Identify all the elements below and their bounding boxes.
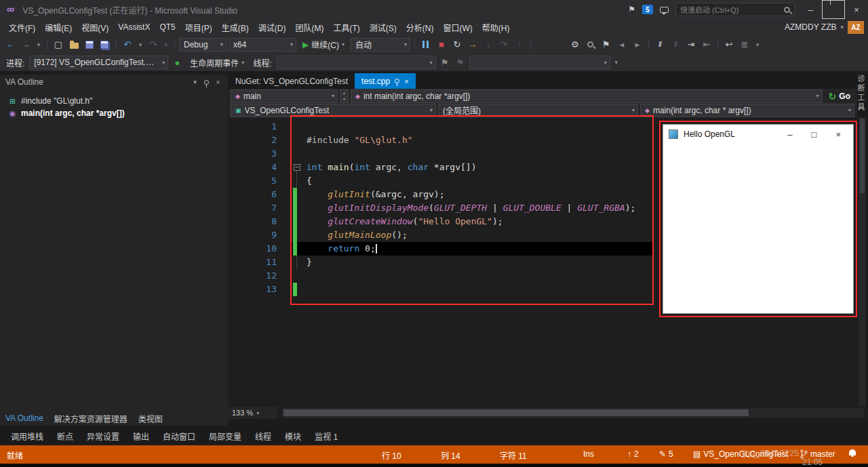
- outdent-icon[interactable]: ⇤: [700, 38, 713, 52]
- menu-item[interactable]: 工具(T): [328, 22, 364, 33]
- signature-combo[interactable]: ◆ int main(int argc, char *argv[]) ▾: [351, 89, 823, 103]
- zoom-control[interactable]: 133 % ▾: [228, 407, 278, 419]
- undo-icon[interactable]: ↶: [121, 38, 134, 52]
- code-line[interactable]: return 0;: [292, 242, 652, 256]
- bottom-panel-tab[interactable]: 监视 1: [309, 430, 343, 442]
- pending-edits[interactable]: ✎ 5: [659, 449, 673, 459]
- status-bell[interactable]: [849, 449, 856, 455]
- show-flagged-only-icon[interactable]: ⚑: [454, 56, 467, 69]
- pin-icon[interactable]: [395, 79, 399, 83]
- diagnostics-tools-vertical-tab[interactable]: 诊断工具: [854, 75, 866, 122]
- outline-tree-item[interactable]: ⊞#include "GL\glut.h": [0, 95, 228, 107]
- quick-launch-input[interactable]: 快速启动 (Ctrl+Q): [675, 3, 795, 16]
- platform-combo[interactable]: x64▾: [229, 38, 296, 52]
- panel-tab[interactable]: 类视图: [138, 413, 163, 424]
- find-in-files-icon[interactable]: [584, 38, 597, 52]
- horizontal-scrollbar-thumb[interactable]: [283, 409, 749, 416]
- code-line[interactable]: [292, 283, 652, 296]
- code-line[interactable]: #include "GL\glut.h": [292, 134, 652, 147]
- code-line[interactable]: glutInit(&argc, argv);: [292, 188, 652, 201]
- comment-lines-icon[interactable]: //: [653, 38, 667, 52]
- bookmark-icon[interactable]: ⚑: [599, 38, 613, 52]
- menu-item[interactable]: 帮助(H): [477, 22, 515, 33]
- restart-icon[interactable]: ↻: [450, 38, 464, 52]
- document-tab[interactable]: test.cpp×: [355, 73, 415, 89]
- code-line[interactable]: glutMainLoop();: [292, 228, 652, 242]
- prev-bookmark-icon[interactable]: ◂: [615, 38, 629, 52]
- panel-tab[interactable]: 解决方案资源管理器: [54, 413, 127, 424]
- break-all-icon[interactable]: [419, 38, 433, 52]
- project-combo[interactable]: ▣ VS_OpenGLConfigTest ▾: [231, 104, 436, 117]
- status-char[interactable]: 字符 11: [500, 449, 527, 461]
- menu-item[interactable]: 文件(F): [4, 22, 40, 33]
- bottom-panel-tab[interactable]: 模块: [279, 430, 307, 442]
- open-file-icon[interactable]: [67, 38, 81, 52]
- stop-debug-icon[interactable]: ■: [435, 38, 448, 52]
- step-over-icon[interactable]: ↷: [497, 38, 511, 52]
- bottom-panel-tab[interactable]: 断点: [52, 430, 79, 442]
- panel-close-icon[interactable]: ×: [212, 77, 224, 87]
- vertical-scrollbar-thumb[interactable]: [860, 119, 865, 193]
- toolbar-overflow-icon[interactable]: ▾: [753, 38, 762, 52]
- feedback-icon[interactable]: [660, 7, 669, 13]
- next-bookmark-icon[interactable]: ▸: [631, 38, 644, 52]
- account-cluster[interactable]: AZMDDY ZZB ▾ AZ: [785, 21, 864, 34]
- editor-vertical-scrollbar[interactable]: [859, 117, 866, 407]
- menu-item[interactable]: 项目(P): [180, 22, 217, 33]
- app-minimize-button[interactable]: –: [787, 129, 792, 140]
- scope-combo[interactable]: (全局范围) ▾: [438, 104, 638, 117]
- status-insert-mode[interactable]: Ins: [583, 449, 594, 459]
- indent-icon[interactable]: ⇥: [684, 38, 698, 52]
- lifecycle-events-icon[interactable]: ●: [170, 56, 184, 69]
- step-into-icon[interactable]: ↓: [481, 38, 495, 52]
- redo-icon[interactable]: ↷: [146, 38, 160, 52]
- stack-frame-combo[interactable]: ▾: [469, 56, 610, 69]
- word-wrap-icon[interactable]: ↩: [722, 38, 736, 52]
- fold-collapse-icon[interactable]: –: [294, 164, 300, 171]
- panel-menu-chevron-icon[interactable]: ▾: [189, 77, 201, 87]
- panel-tab[interactable]: VA Outline: [5, 413, 43, 423]
- flag-threads-icon[interactable]: ⚑: [438, 56, 452, 69]
- code-line[interactable]: glutInitDisplayMode(GLUT_DEPTH | GLUT_DO…: [292, 201, 652, 215]
- bottom-panel-tab[interactable]: 异常设置: [81, 430, 125, 442]
- lifecycle-events-button[interactable]: 生命周期事件▾: [186, 56, 248, 69]
- opengl-app-window[interactable]: Hello OpenGL – □ ×: [663, 124, 854, 314]
- auto-combo[interactable]: 自动▾: [351, 38, 410, 52]
- process-combo[interactable]: [9172] VS_OpenGLConfigTest.e…▾: [29, 56, 168, 69]
- step-out-icon[interactable]: ↑: [513, 38, 526, 52]
- menu-item[interactable]: 团队(M): [290, 22, 328, 33]
- code-line[interactable]: –int main(int argc, char *argv[]): [292, 161, 652, 174]
- menu-item[interactable]: 调试(D): [254, 22, 291, 33]
- debugbar-overflow-icon[interactable]: ▾: [612, 56, 620, 69]
- account-avatar[interactable]: AZ: [848, 21, 864, 34]
- restore-button[interactable]: [822, 0, 845, 19]
- code-analysis-icon[interactable]: ⚙: [568, 38, 582, 52]
- code-line[interactable]: [292, 147, 652, 161]
- menu-item[interactable]: 生成(B): [217, 22, 254, 33]
- app-maximize-button[interactable]: □: [812, 129, 817, 140]
- save-icon[interactable]: [83, 38, 96, 52]
- notifications-flag-icon[interactable]: ⚑: [628, 5, 635, 14]
- outline-tree-item[interactable]: ◉main(int argc, char *argv[]): [0, 107, 228, 119]
- panel-pin-icon[interactable]: [201, 77, 212, 87]
- show-next-statement-icon[interactable]: →: [466, 38, 479, 52]
- app-close-button[interactable]: ×: [835, 129, 841, 140]
- bottom-panel-tab[interactable]: 线程: [250, 430, 277, 442]
- menu-item[interactable]: 窗口(W): [438, 22, 477, 33]
- status-column[interactable]: 列 14: [441, 449, 460, 461]
- bottom-panel-tab[interactable]: 调用堆栈: [5, 430, 49, 442]
- spin-up-icon[interactable]: ▴: [340, 90, 348, 96]
- code-line[interactable]: [292, 269, 652, 283]
- status-line[interactable]: 行 10: [382, 449, 401, 461]
- bottom-panel-tab[interactable]: 局部变量: [203, 430, 247, 442]
- solution-config-combo[interactable]: Debug▾: [179, 38, 226, 52]
- redo-chevron-icon[interactable]: ▾: [162, 38, 170, 52]
- context-combo[interactable]: ◆ main ▾: [231, 89, 338, 103]
- repository-indicator[interactable]: ▤ VS_OpenGLConfigTest: [693, 449, 788, 459]
- undo-chevron-icon[interactable]: ▾: [136, 38, 144, 52]
- code-line[interactable]: {: [292, 174, 652, 188]
- continue-button[interactable]: ▶继续(C)▾: [298, 38, 349, 52]
- whitespace-icon[interactable]: ≣: [738, 38, 751, 52]
- editor-horizontal-scrollbar[interactable]: [282, 408, 864, 418]
- nav-back-icon[interactable]: ←: [3, 38, 17, 52]
